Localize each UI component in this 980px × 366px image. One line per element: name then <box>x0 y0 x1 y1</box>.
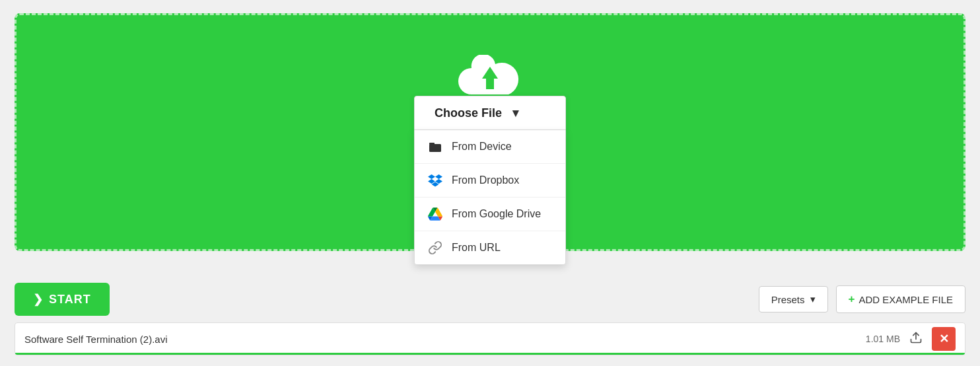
toolbar-row: ❯ START Presets ▾ + ADD EXAMPLE FILE <box>15 283 965 316</box>
start-chevron: ❯ <box>33 292 44 307</box>
file-remove-icon: ✕ <box>939 332 949 346</box>
gdrive-icon <box>428 207 442 221</box>
dropbox-icon <box>428 173 442 188</box>
svg-rect-2 <box>429 143 435 145</box>
dropdown-item-device[interactable]: From Device <box>415 130 565 164</box>
dropdown-item-dropbox[interactable]: From Dropbox <box>415 164 565 198</box>
presets-chevron-icon: ▾ <box>810 293 816 305</box>
main-container: Drop Files here Choose File ▾ From D <box>15 13 965 355</box>
choose-file-label: Choose File <box>435 106 502 120</box>
url-icon <box>428 240 442 255</box>
presets-button[interactable]: Presets ▾ <box>759 286 828 312</box>
chevron-down-icon: ▾ <box>512 106 518 120</box>
choose-file-button[interactable]: Choose File ▾ <box>414 96 566 130</box>
progress-bar <box>15 353 965 355</box>
dropbox-label: From Dropbox <box>452 174 519 186</box>
device-icon <box>428 139 442 154</box>
dropdown-item-gdrive[interactable]: From Google Drive <box>415 198 565 231</box>
file-upload-icon[interactable] <box>909 331 923 348</box>
url-label: From URL <box>452 242 501 254</box>
dropdown-menu: From Device From Dropbox <box>414 130 566 265</box>
add-example-plus: + <box>849 293 855 306</box>
drop-zone[interactable]: Drop Files here Choose File ▾ From D <box>15 13 965 251</box>
file-remove-button[interactable]: ✕ <box>932 327 956 351</box>
start-button[interactable]: ❯ START <box>15 283 110 316</box>
start-label: START <box>49 293 91 307</box>
add-example-button[interactable]: + ADD EXAMPLE FILE <box>836 285 965 313</box>
svg-marker-4 <box>435 174 442 179</box>
device-label: From Device <box>452 141 512 153</box>
file-size: 1.01 MB <box>866 334 900 344</box>
toolbar-right: Presets ▾ + ADD EXAMPLE FILE <box>759 285 965 313</box>
file-name: Software Self Termination (2).avi <box>24 334 866 345</box>
dropdown-item-url[interactable]: From URL <box>415 231 565 264</box>
gdrive-label: From Google Drive <box>452 208 541 220</box>
svg-marker-3 <box>428 174 435 179</box>
choose-file-dropdown: Choose File ▾ From Device <box>414 96 566 265</box>
file-row: Software Self Termination (2).avi 1.01 M… <box>15 322 965 355</box>
svg-rect-1 <box>429 144 441 152</box>
add-example-label: ADD EXAMPLE FILE <box>858 294 953 305</box>
presets-label: Presets <box>771 294 805 305</box>
